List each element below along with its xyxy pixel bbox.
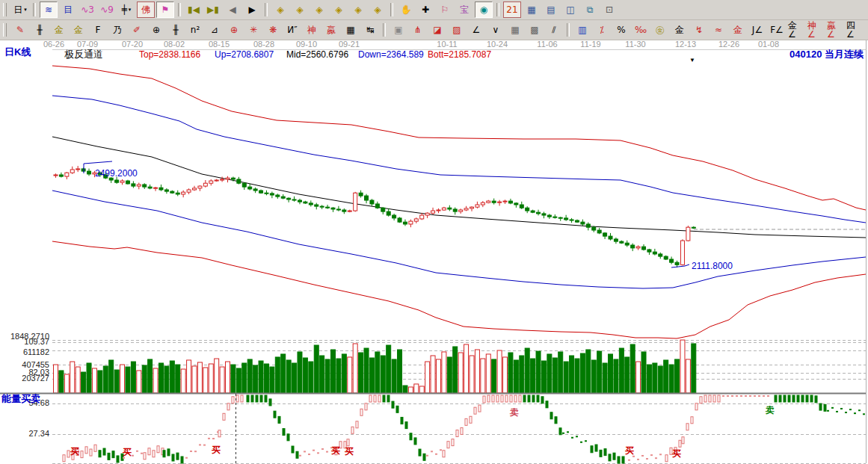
volume-bar [647,365,651,393]
zoom-out-h-icon[interactable]: ◈ [310,1,328,18]
volume-bar [264,364,268,393]
angle-line-icon[interactable]: ∠ [467,22,485,38]
toolbar-grip[interactable] [3,3,7,16]
i-marker-icon[interactable]: И″ [283,22,301,38]
printer-icon[interactable]: ⊡ [600,1,618,18]
wave-approx-icon[interactable]: ≈ [710,22,727,38]
gold-lines-icon[interactable]: 金 [671,22,689,38]
quote-board-icon[interactable]: 目 [59,1,77,18]
chevron-down-icon[interactable]: ▼ [689,57,695,64]
spiral-1-icon[interactable]: ✳ [244,22,262,38]
permille-icon[interactable]: ‰ [632,22,650,38]
draw-pen-icon[interactable]: ✎ [11,22,29,38]
calculator-icon[interactable]: ▦ [523,1,541,18]
width-tool-icon[interactable]: ↹ [361,22,379,38]
last-bar-icon[interactable]: ▶▮ [204,1,222,18]
cycle-tool-icon[interactable]: ⊕ [147,22,165,38]
v-line-icon[interactable]: ∨ [487,22,505,38]
compress-right-icon[interactable]: ◈ [369,1,387,18]
ying-tool-icon[interactable]: 蠃 [322,22,340,38]
overlay-9-icon[interactable]: ∿9 [98,1,116,18]
n-square-icon[interactable]: n² [186,22,204,38]
period-selector-icon[interactable]: 日▾ [11,1,29,18]
gold-ratio-2-icon[interactable]: 金 [70,22,87,38]
volume-bar [176,365,180,393]
gold-circle-icon[interactable]: ⊕ [225,22,243,38]
shen-tool-icon[interactable]: 神 [303,22,321,38]
volume-bar [398,350,402,393]
draw-pen-2-icon[interactable]: ✐ [128,22,146,38]
volume-bar [403,386,407,393]
save-icon[interactable]: ◫ [561,1,579,18]
volume-bar [475,350,479,393]
overlay-3-icon[interactable]: ∿3 [79,1,96,18]
volume-bar [64,374,69,393]
hand-tool-icon[interactable]: ✋ [397,1,415,18]
volume-bar [275,357,280,393]
parallel-lines-icon[interactable]: ⫽ [545,22,563,38]
volume-bar [231,365,236,393]
wave-tool-icon[interactable]: 乃 [108,22,126,38]
zoom-in-h-icon[interactable]: ◈ [330,1,348,18]
gold-red-icon[interactable]: 金 [729,22,747,38]
date-tick-label: 01-08 [758,40,779,49]
pan-left-icon[interactable]: ◈ [271,1,289,18]
fan-box-2-icon[interactable]: ▨ [448,22,466,38]
grid-123-icon[interactable]: ▦ [342,22,360,38]
gold-angle-icon[interactable]: 金∠ [787,22,805,38]
volume-bar [270,367,274,393]
date-tick-label: 10-24 [487,40,508,49]
compress-left-icon[interactable]: ◈ [349,1,367,18]
brain-tool-icon[interactable]: ◉ [475,1,493,18]
kuang-chart-icon[interactable]: ▥ [573,22,591,38]
angle-tool-icon[interactable]: ⊿ [206,22,224,38]
f-angle-icon[interactable]: F∠ [768,22,786,38]
grid-box-1-icon[interactable]: ▦ [506,22,524,38]
volume-bar [419,386,424,393]
prev-bar-icon[interactable]: ◀ [224,1,241,18]
ying-angle-icon[interactable]: 蠃∠ [826,22,844,38]
color-flag-icon[interactable]: ⚑ [156,1,174,18]
gann-fan-icon[interactable]: ⋔ [409,22,427,38]
contract-label[interactable]: 040120 当月连续 [789,48,864,61]
candle-style-icon[interactable]: ╪▾ [117,1,135,18]
pan-right-icon[interactable]: ◈ [291,1,309,18]
fan-box-1-icon[interactable]: ◪ [428,22,446,38]
chart-canvas[interactable]: 06-2607-0907-2008-0208-1508-2809-1009-21… [0,0,868,464]
box-tool-icon[interactable]: ▣ [390,22,407,38]
volume-bar [70,362,75,393]
volume-bar [431,356,435,393]
shen-angle-icon[interactable]: 神∠ [807,22,825,38]
fibo-f-icon[interactable]: F [89,22,107,38]
spiral-2-icon[interactable]: ❋ [264,22,282,38]
notebook-icon[interactable]: ▤ [542,1,560,18]
volume-bar [570,356,574,393]
treasure-tool-icon[interactable]: 宝 [455,1,473,18]
date-tick-label: 09-21 [339,40,360,49]
gann-grid-1-icon[interactable]: ╫ [31,22,49,38]
j-angle-icon[interactable]: J∠ [748,22,766,38]
toolbar-grip[interactable] [3,23,7,37]
next-bar-icon[interactable]: ▶ [243,1,261,18]
volume-bar [680,340,685,393]
percent-7-icon[interactable]: ⁒ [593,22,611,38]
dual-screen-icon[interactable]: ⧉ [581,1,599,18]
grid-box-2-icon[interactable]: ▩ [526,22,544,38]
gann-grid-2-icon[interactable]: ╫ [167,22,185,38]
date-tick-label: 08-02 [164,40,185,49]
four-angle-icon[interactable]: 四∠ [846,22,864,38]
gold-ratio-1-icon[interactable]: 金 [50,22,68,38]
pattern-fo-icon[interactable]: 佛 [137,1,155,18]
date-tick-label: 10-11 [437,40,457,49]
volume-bar [625,357,630,393]
percent-icon[interactable]: % [612,22,630,38]
crosshair-tool-icon[interactable]: ✚ [416,1,434,18]
volume-bar [653,363,657,393]
lightning-icon[interactable]: ↯ [690,22,708,38]
first-bar-icon[interactable]: ▮◀ [185,1,203,18]
mark-tool-icon[interactable]: ⚐ [436,1,454,18]
calendar-icon[interactable]: 21 [503,1,521,18]
volume-bar [76,367,80,393]
trend-wave-tool-icon[interactable]: ≋ [40,1,58,18]
gold-circle-2-icon[interactable]: ㊎ [651,22,669,38]
